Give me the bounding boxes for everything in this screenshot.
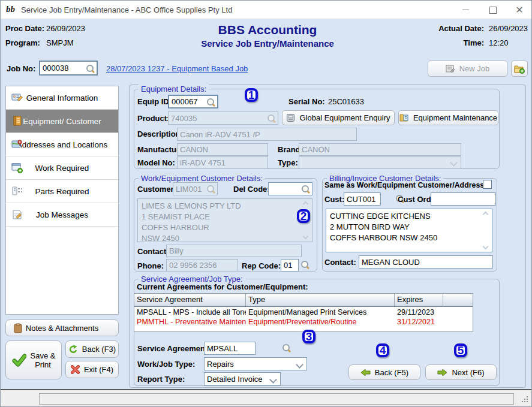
equip-id-input[interactable]: 000067: [168, 95, 218, 108]
work-job-type-chevron-down-icon: [296, 361, 303, 369]
agreement-row-pmmthl[interactable]: PMMTHL - Preventative Maintenance - Mo..…: [134, 318, 473, 327]
sidebar: General Information Equipment/ Customer …: [5, 86, 119, 315]
sidebar-item-job-messages[interactable]: Job Messages: [6, 203, 118, 227]
screen-title: Service Job Entry/Maintenance: [103, 38, 432, 49]
job-no-input[interactable]: 000038: [39, 61, 98, 76]
maximize-icon: [489, 7, 497, 14]
description-input: Canon iR-ADV 4751 /P: [177, 128, 357, 141]
annotation-badge-4: 4: [376, 343, 389, 357]
program-label: Program:: [5, 38, 40, 47]
exit-f4-button[interactable]: Exit (F4): [65, 361, 119, 378]
service-agreement-input[interactable]: MPSALL: [204, 342, 256, 355]
back-f5-button[interactable]: Back (F5): [348, 364, 420, 380]
add-job-button[interactable]: [511, 61, 528, 77]
global-equipment-enquiry-icon: [286, 113, 295, 122]
work-job-type-select[interactable]: Repairs: [204, 357, 307, 370]
description-label: Description:: [137, 129, 183, 138]
work-customer-legend: Work/Equipment Customer Details:: [139, 174, 265, 183]
back-f5-arrow-icon: [360, 369, 371, 376]
sidebar-item-equipment-customer[interactable]: Equipment/ Customer: [6, 110, 118, 133]
phone-input: 02 9956 2356: [166, 259, 238, 272]
new-job-button: New Job: [428, 61, 507, 77]
column-header-blank: [443, 294, 473, 306]
model-no-label: Model No:: [137, 158, 175, 167]
same-as-checkbox[interactable]: [483, 180, 492, 189]
maximize-button[interactable]: [480, 1, 506, 19]
billing-contact-label: Contact:: [324, 258, 356, 267]
product-search-icon: [267, 114, 276, 123]
agreements-table: Service Agreement Type Expires MPSALL - …: [134, 293, 473, 332]
program-value: SMPJM: [46, 38, 74, 47]
equipment-maintenance-button[interactable]: Equipment Maintenance: [398, 110, 498, 125]
equipment-maintenance-icon: [399, 113, 409, 122]
rep-code-input[interactable]: 01: [281, 259, 299, 272]
equip-id-search-icon[interactable]: [206, 98, 216, 107]
annotation-badge-5: 5: [454, 343, 467, 357]
back-f3-icon: [68, 345, 78, 354]
cust-ord-label: Cust Ord:: [398, 195, 434, 204]
del-code-search-icon[interactable]: [301, 185, 311, 194]
save-print-check-icon: [12, 353, 26, 367]
sidebar-item-work-required[interactable]: Work Required: [6, 156, 118, 180]
service-agreement-label: Service Agreement:: [137, 344, 211, 353]
sidebar-item-general-information[interactable]: General Information: [6, 86, 118, 110]
billing-address[interactable]: CUTTING EDGE KITCHENS 2 MUTTON BIRD WAY …: [326, 209, 492, 252]
job-summary-link[interactable]: 28/07/2023 1237 - Equipment Based Job: [106, 64, 248, 73]
general-information-icon: [11, 92, 23, 104]
report-type-select[interactable]: Detailed Invoice: [204, 372, 281, 385]
type-chevron-down-icon: [450, 159, 458, 167]
column-header-expires[interactable]: Expires: [395, 294, 443, 306]
global-equipment-enquiry-button[interactable]: Global Equipment Enquiry: [282, 110, 395, 125]
manufacturer-input: CANON: [177, 143, 268, 156]
agreement-row-mpsall[interactable]: MPSALL - MPS - Include all Toner, Parts …: [134, 308, 473, 318]
time-label: Time:: [435, 38, 484, 47]
column-header-type[interactable]: Type: [246, 294, 395, 306]
brand-input: CANON: [299, 143, 461, 156]
serial-no-label: Serial No:: [288, 97, 325, 106]
proc-date-value: 26/09/2023: [46, 24, 85, 33]
app-title: BBS Accounting: [103, 23, 432, 37]
rep-code-search-icon[interactable]: [300, 260, 310, 270]
billing-contact-input[interactable]: MEGAN CLOUD: [359, 255, 493, 269]
sidebar-item-addresses-locations[interactable]: Addresses and Locations: [6, 133, 118, 156]
annotation-badge-3: 3: [302, 330, 315, 343]
close-icon: ✕: [515, 4, 523, 16]
status-message-area: [39, 393, 514, 405]
type-label: Type:: [278, 158, 298, 167]
serial-no-value: 25C01633: [328, 97, 364, 106]
notes-attachments-button[interactable]: Notes & Attachments: [5, 319, 119, 336]
minimize-button[interactable]: [452, 1, 479, 19]
resize-grip[interactable]: [522, 396, 529, 403]
same-as-label: Same as Work/Equipment Customer/Address:: [324, 181, 486, 189]
back-f3-button[interactable]: Back (F3): [65, 340, 119, 358]
next-f6-button[interactable]: Next (F6): [425, 364, 497, 380]
rep-code-label: Rep Code:: [242, 261, 281, 270]
customer-label: Customer:: [137, 185, 176, 194]
close-button[interactable]: ✕: [506, 1, 532, 19]
product-label: Product:: [137, 114, 169, 123]
service-agreement-search-icon[interactable]: [282, 343, 291, 353]
cust-input[interactable]: CUT001: [344, 192, 381, 206]
report-type-chevron-down-icon: [269, 376, 277, 384]
next-f6-arrow-icon: [437, 369, 447, 376]
save-print-button[interactable]: Save & Print: [5, 340, 62, 379]
job-search-icon[interactable]: [86, 64, 95, 74]
status-bar: [1, 389, 531, 407]
column-header-service-agreement[interactable]: Service Agreement: [134, 294, 246, 306]
report-type-label: Report Type:: [137, 375, 185, 384]
actual-date-label: Actual Date:: [435, 24, 484, 33]
sidebar-item-parts-required[interactable]: Parts Required: [6, 180, 118, 203]
del-code-input[interactable]: [268, 182, 312, 195]
cust-ord-input[interactable]: [431, 192, 496, 206]
work-required-icon: [11, 162, 23, 174]
equipment-customer-icon: [11, 115, 23, 127]
application-window: Service Job Entry/Maintenance - ABC Offi…: [0, 0, 532, 407]
title-bar: Service Job Entry/Maintenance - ABC Offi…: [1, 1, 531, 19]
work-contact-label: Contact:: [137, 247, 169, 256]
addresses-locations-icon: [11, 138, 23, 150]
phone-label: Phone:: [137, 261, 164, 270]
customer-input: LIM001: [173, 182, 218, 195]
cust-label: Cust:: [324, 195, 344, 204]
model-no-input: iR-ADV 4751: [177, 156, 268, 169]
customer-search-icon: [206, 185, 216, 194]
